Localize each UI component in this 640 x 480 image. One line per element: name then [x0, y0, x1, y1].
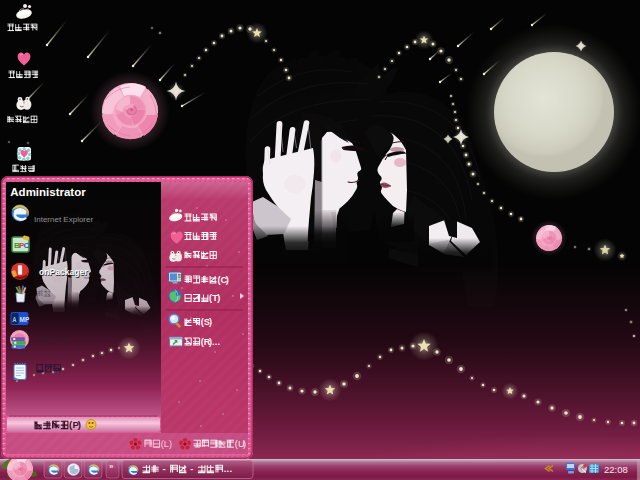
svg-text:MP: MP	[20, 316, 30, 323]
svg-text:.: .	[218, 337, 221, 347]
svg-text:): )	[243, 439, 246, 449]
svg-text:): )	[209, 317, 212, 327]
svg-text:): )	[217, 293, 220, 303]
svg-text:onPackager: onPackager	[39, 267, 88, 277]
svg-text:): )	[78, 419, 81, 430]
svg-text:22:08: 22:08	[604, 464, 628, 475]
svg-text:R: R	[64, 336, 71, 346]
svg-text:i: i	[44, 336, 46, 346]
svg-text:Internet Explorer: Internet Explorer	[34, 215, 93, 224]
svg-text:Administrator: Administrator	[10, 186, 86, 198]
svg-text:): )	[169, 439, 172, 449]
svg-text:.: .	[230, 463, 233, 474]
svg-text:C: C	[24, 241, 30, 250]
svg-text:-: -	[163, 463, 166, 474]
svg-text:): )	[226, 275, 229, 285]
svg-text:-: -	[190, 463, 193, 474]
